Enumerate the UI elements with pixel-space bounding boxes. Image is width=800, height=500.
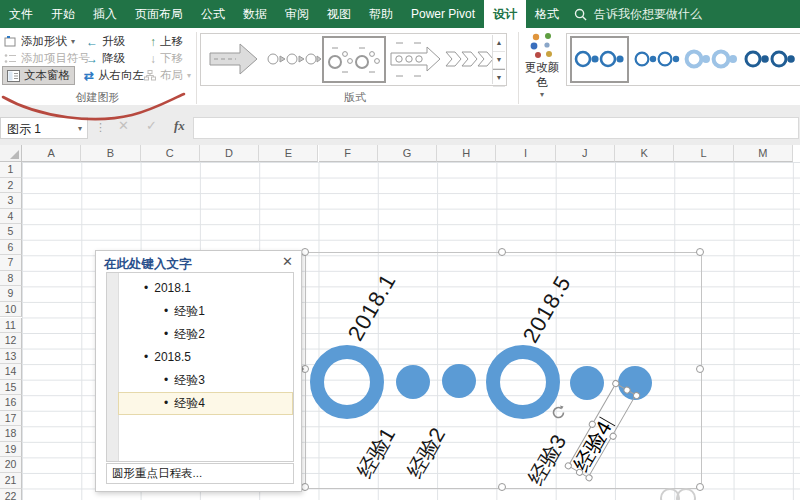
row-header-8[interactable]: 8 [0,271,22,287]
row-header-1[interactable]: 1 [0,162,22,178]
promote-button[interactable]: ← 升级 [86,34,125,49]
column-header-C[interactable]: C [141,145,200,162]
row-header-14[interactable]: 14 [0,364,22,380]
search-label: 告诉我你想要做什么 [594,6,702,23]
red-annotation-swoosh [0,85,200,130]
row-header-3[interactable]: 3 [0,193,22,209]
ribbon-tab-8[interactable]: 帮助 [360,0,402,28]
column-header-F[interactable]: F [319,145,378,162]
layout-thumb-circle-arrow-timeline[interactable] [388,38,443,81]
row-header-20[interactable]: 20 [0,457,22,473]
ribbon-tab-5[interactable]: 数据 [234,0,276,28]
select-all-corner[interactable] [0,145,22,162]
arrow-down-icon: ↓ [150,52,156,66]
arrow-right-icon: → [86,52,98,66]
demote-button[interactable]: → 降级 [86,51,125,66]
column-header-J[interactable]: J [556,145,615,162]
style-thumb-1[interactable] [572,38,627,81]
text-pane-list[interactable]: •2018.1•经验1•经验2•2018.5•经验3•经验4 [106,272,294,462]
row-header-13[interactable]: 13 [0,349,22,365]
bullet-icon: • [144,281,148,295]
right-to-left-button[interactable]: ⇄ 从右向左 [84,68,144,83]
style-thumb-2[interactable] [633,38,683,81]
column-header-I[interactable]: I [496,145,555,162]
row-header-10[interactable]: 10 [0,302,22,318]
ribbon-tab-6[interactable]: 审阅 [276,0,318,28]
row-header-11[interactable]: 11 [0,318,22,334]
gallery-more-button[interactable]: ▼ [493,69,505,87]
right-to-left-label: 从右向左 [98,68,144,83]
gallery-scrollbar[interactable]: ▲ ▼ ▼ [492,35,505,84]
text-pane-item-label: 2018.5 [154,350,191,364]
ribbon-tab-10[interactable]: 设计 [484,0,526,28]
formula-input[interactable] [193,117,799,139]
row-header-7[interactable]: 7 [0,255,22,271]
style-thumb-3[interactable] [683,38,741,81]
ribbon-tab-2[interactable]: 插入 [84,0,126,28]
column-header-G[interactable]: G [378,145,437,162]
ribbon-tab-3[interactable]: 页面布局 [126,0,192,28]
text-pane-item-0[interactable]: •2018.1 [118,277,293,300]
layout-thumb-circle-accent-timeline[interactable] [324,38,384,81]
ribbon-tab-7[interactable]: 视图 [318,0,360,28]
add-shape-button[interactable]: 添加形状 ▾ [4,34,75,49]
bullet-icon: • [164,373,168,387]
column-header-A[interactable]: A [22,145,81,162]
add-shape-icon [4,36,17,48]
chevron-down-icon: ▾ [71,37,75,46]
tell-me-search[interactable]: 告诉我你想要做什么 [574,6,702,23]
row-header-15[interactable]: 15 [0,380,22,396]
column-header-B[interactable]: B [81,145,140,162]
layouts-gallery: ▲ ▼ ▼ [200,33,507,86]
demote-label: 降级 [102,51,125,66]
row-header-21[interactable]: 21 [0,473,22,489]
text-pane-item-3[interactable]: •2018.5 [118,346,293,369]
gallery-scroll-up[interactable]: ▲ [493,35,505,52]
row-header-5[interactable]: 5 [0,224,22,240]
text-pane-item-2[interactable]: •经验2 [118,323,293,346]
column-header-E[interactable]: E [259,145,318,162]
row-header-17[interactable]: 17 [0,411,22,427]
text-pane-item-1[interactable]: •经验1 [118,300,293,323]
smartart-canvas-frame[interactable] [305,252,702,489]
layout-thumb-circle-process[interactable] [265,38,322,81]
text-pane-footer[interactable]: 圆形重点日程表... [106,463,294,484]
chevron-down-icon: ▾ [187,71,191,80]
text-pane-item-5[interactable]: •经验4 [118,392,293,415]
smartart-text-pane[interactable]: 在此处键入文字 ✕ •2018.1•经验1•经验2•2018.5•经验3•经验4… [95,250,302,492]
row-header-16[interactable]: 16 [0,395,22,411]
ribbon-tab-9[interactable]: Power Pivot [402,0,484,28]
row-header-6[interactable]: 6 [0,240,22,256]
ribbon-tab-1[interactable]: 开始 [42,0,84,28]
row-header-9[interactable]: 9 [0,286,22,302]
row-header-19[interactable]: 19 [0,442,22,458]
close-icon[interactable]: ✕ [282,254,293,269]
gallery-scroll-down[interactable]: ▼ [493,52,505,69]
arrow-left-icon: ← [86,35,98,49]
column-header-L[interactable]: L [674,145,733,162]
style-thumb-4[interactable] [743,38,800,81]
column-header-H[interactable]: H [437,145,496,162]
row-header-22[interactable]: 22 [0,489,22,500]
change-colors-icon [529,32,555,59]
layout-thumb-basic-arrow[interactable] [205,38,262,81]
row-header-2[interactable]: 2 [0,178,22,194]
text-pane-button[interactable]: 文本窗格 [2,66,75,85]
bullet-list-icon [4,53,17,64]
column-header-D[interactable]: D [200,145,259,162]
row-header-18[interactable]: 18 [0,426,22,442]
column-header-K[interactable]: K [615,145,674,162]
text-pane-item-4[interactable]: •经验3 [118,369,293,392]
layout-thumb-chevron-list[interactable] [444,38,496,81]
move-up-button[interactable]: ↑ 上移 [150,34,183,49]
column-header-M[interactable]: M [734,145,793,162]
group-separator [518,32,519,104]
change-colors-button[interactable]: 更改颜色 ▾ [520,32,564,94]
row-header-4[interactable]: 4 [0,209,22,225]
ribbon-tab-4[interactable]: 公式 [192,0,234,28]
swap-arrows-icon: ⇄ [84,69,94,83]
ribbon-tab-0[interactable]: 文件 [0,0,42,28]
move-down-label: 下移 [160,51,183,66]
bullet-icon: • [144,350,148,364]
row-header-12[interactable]: 12 [0,333,22,349]
